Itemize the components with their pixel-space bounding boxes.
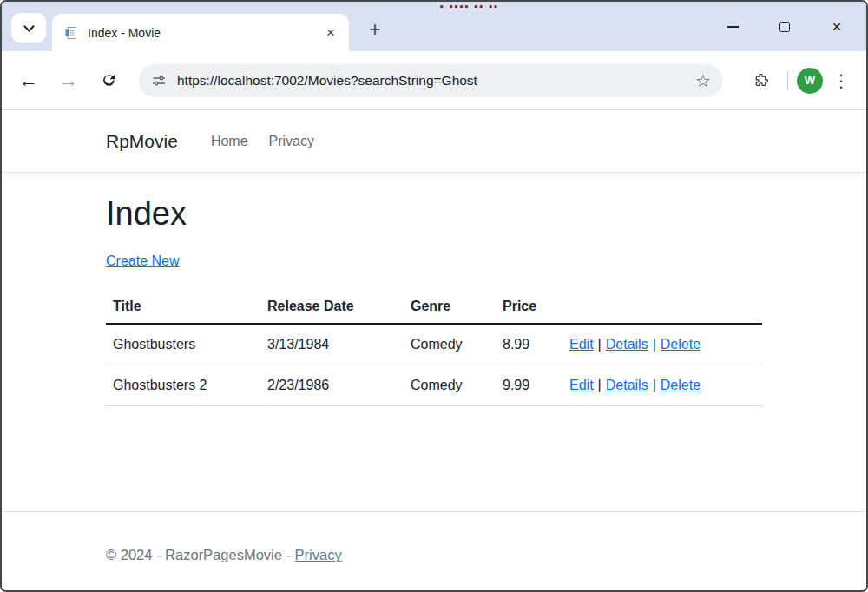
- cell-price: 8.99: [496, 324, 562, 365]
- main-content: Index Create New Title Release Date Genr…: [2, 173, 866, 511]
- create-new-link[interactable]: Create New: [106, 253, 179, 269]
- tab-search-button[interactable]: [11, 13, 46, 43]
- tab-strip: ▪ ▪▪▪▪ ▪▪ ▪▪ Index - Movie × +: [2, 2, 866, 51]
- tab-title: Index - Movie: [88, 26, 321, 40]
- cell-title: Ghostbusters 2: [106, 365, 260, 406]
- minimize-icon: [727, 26, 739, 28]
- site-footer: © 2024 - RazorPagesMovie - Privacy: [2, 511, 866, 590]
- cell-actions: Edit|Details|Delete: [562, 365, 762, 406]
- col-actions: [562, 290, 762, 324]
- nav-privacy-link[interactable]: Privacy: [269, 134, 314, 149]
- chevron-down-icon: [23, 21, 35, 32]
- toolbar-divider: [787, 71, 788, 90]
- delete-link[interactable]: Delete: [661, 337, 700, 352]
- extensions-button[interactable]: [742, 62, 779, 99]
- cell-title: Ghostbusters: [106, 324, 260, 365]
- footer-privacy-link[interactable]: Privacy: [295, 547, 342, 562]
- action-separator: |: [598, 337, 602, 352]
- maximize-icon: [779, 22, 790, 32]
- back-button[interactable]: ←: [9, 61, 49, 101]
- site-navbar: RpMovie Home Privacy: [2, 110, 866, 173]
- edit-link[interactable]: Edit: [569, 337, 594, 352]
- window-controls: ×: [707, 2, 863, 51]
- col-title: Title: [106, 290, 260, 324]
- table-row: Ghostbusters 3/13/1984 Comedy 8.99 Edit|…: [106, 324, 762, 365]
- col-release-date: Release Date: [260, 290, 404, 324]
- edit-link[interactable]: Edit: [569, 378, 594, 392]
- page-title: Index: [106, 195, 762, 233]
- nav-home-link[interactable]: Home: [211, 134, 248, 149]
- url-text: https://localhost:7002/Movies?searchStri…: [177, 73, 690, 89]
- table-header-row: Title Release Date Genre Price: [106, 290, 762, 324]
- site-settings-icon: [151, 73, 167, 89]
- minimize-button[interactable]: [707, 9, 759, 45]
- action-separator: |: [653, 378, 656, 392]
- page-favicon-icon: [64, 26, 78, 40]
- web-page: RpMovie Home Privacy Index Create New Ti…: [2, 110, 866, 590]
- cell-release-date: 2/23/1986: [260, 365, 404, 406]
- table-row: Ghostbusters 2 2/23/1986 Comedy 9.99 Edi…: [106, 365, 762, 406]
- cell-release-date: 3/13/1984: [260, 324, 404, 365]
- details-link[interactable]: Details: [606, 337, 648, 352]
- browser-tab[interactable]: Index - Movie ×: [52, 14, 349, 51]
- details-link[interactable]: Details: [606, 378, 648, 392]
- address-bar[interactable]: https://localhost:7002/Movies?searchStri…: [139, 64, 723, 97]
- clipped-text-artifact: ▪ ▪▪▪▪ ▪▪ ▪▪: [440, 2, 536, 8]
- bookmark-star-icon[interactable]: ☆: [690, 68, 716, 94]
- cell-price: 9.99: [496, 365, 562, 406]
- cell-actions: Edit|Details|Delete: [562, 324, 762, 365]
- cell-genre: Comedy: [404, 365, 496, 406]
- forward-button[interactable]: →: [49, 61, 89, 101]
- puzzle-icon: [753, 72, 769, 89]
- col-price: Price: [496, 290, 562, 324]
- close-window-button[interactable]: ×: [811, 9, 863, 45]
- new-tab-button[interactable]: +: [360, 15, 390, 44]
- browser-window: ▪ ▪▪▪▪ ▪▪ ▪▪ Index - Movie × +: [0, 0, 868, 592]
- action-separator: |: [653, 337, 656, 352]
- browser-menu-button[interactable]: ⋮: [823, 62, 859, 99]
- brand-link[interactable]: RpMovie: [106, 131, 178, 152]
- delete-link[interactable]: Delete: [661, 378, 700, 392]
- reload-icon: [101, 72, 117, 89]
- browser-toolbar: ← → https://localhost:7002/Movies?search…: [2, 51, 866, 110]
- maximize-button[interactable]: [759, 9, 811, 45]
- col-genre: Genre: [404, 290, 496, 324]
- tab-close-icon[interactable]: ×: [321, 23, 340, 43]
- reload-button[interactable]: [89, 61, 128, 101]
- action-separator: |: [598, 378, 602, 392]
- profile-avatar[interactable]: W: [797, 68, 823, 94]
- movies-table: Title Release Date Genre Price Ghostbust…: [106, 290, 762, 406]
- cell-genre: Comedy: [404, 324, 496, 365]
- footer-text: © 2024 - RazorPagesMovie -: [106, 547, 291, 562]
